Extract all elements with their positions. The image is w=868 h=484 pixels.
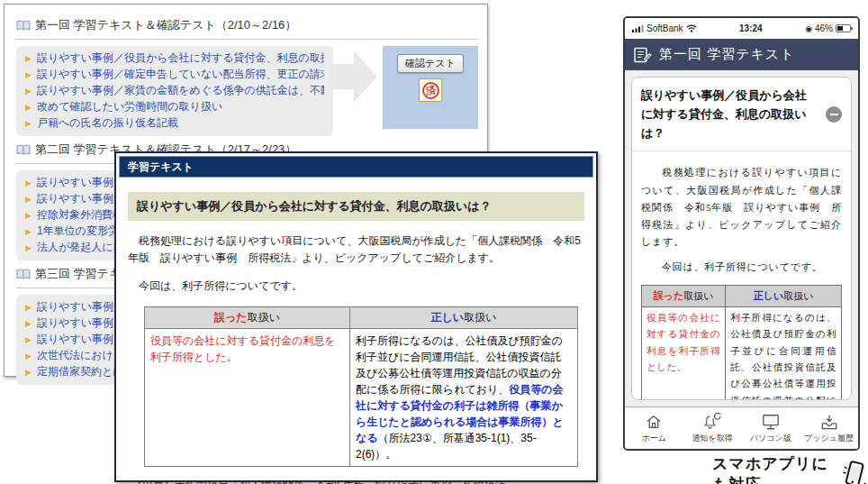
right-cell: 利子所得になるのは、公社債及び預貯金の利子並びに合同運用信託、公社債投資信託及び… bbox=[350, 328, 578, 466]
lesson-link[interactable]: 戸籍への氏名の振り仮名記載 bbox=[37, 115, 178, 131]
triangle-bullet-icon: ▶ bbox=[25, 316, 32, 332]
wrong-header-cell: 誤った取扱い bbox=[145, 306, 350, 328]
right-header-cell: 正しい取扱い bbox=[726, 285, 842, 306]
caption-label: スマホアプリにも対応 bbox=[712, 453, 835, 484]
phone-frame: SoftBank 13:24 ◉ 46% 第一回 学習テキスト 誤りやすい事例／… bbox=[623, 16, 860, 451]
right-text-pre: 利子所得になるのは、公社債及び預貯金の利子並びに合同運用信託、公社債投資信託及び… bbox=[730, 313, 836, 400]
home-icon bbox=[645, 413, 663, 431]
inbox-download-icon bbox=[819, 413, 839, 431]
tab-label: ホーム bbox=[642, 433, 666, 444]
article-card-header: 誤りやすい事例／役員から会社に対する貸付金、利息の取扱いは？ bbox=[632, 78, 851, 151]
triangle-bullet-icon: ▶ bbox=[25, 208, 32, 224]
signal-icon bbox=[632, 24, 644, 32]
wrong-label-emphasis: 誤った bbox=[214, 311, 248, 324]
book-icon bbox=[16, 269, 31, 280]
reader-titlebar: 学習テキスト bbox=[119, 156, 593, 178]
wrong-label-emphasis: 誤った bbox=[654, 290, 684, 301]
reader-window: 学習テキスト 誤りやすい事例／役員から会社に対する貸付金、利息の取扱いは？ 税務… bbox=[114, 151, 598, 482]
monitor-icon bbox=[761, 413, 781, 431]
status-bar: SoftBank 13:24 ◉ 46% bbox=[625, 18, 858, 39]
tab-push-history[interactable]: プッシュ履歴 bbox=[800, 413, 858, 444]
section-title-label: 第一回 学習テキスト＆確認テスト（2/10～2/16） bbox=[35, 17, 296, 33]
list-item[interactable]: ▶改めて確認したい労働時間の取り扱い bbox=[25, 99, 324, 115]
article-card-body: 税務処理における誤りやすい項目について、大阪国税局が作成した「個人課税関係 令和… bbox=[632, 151, 851, 400]
tab-label: プッシュ履歴 bbox=[804, 433, 854, 444]
smartphone-doodle-icon bbox=[841, 460, 868, 484]
lesson-link[interactable]: 定期借家契約とは bbox=[37, 364, 124, 379]
tab-home[interactable]: ホーム bbox=[625, 413, 683, 444]
triangle-bullet-icon: ▶ bbox=[25, 84, 32, 99]
section-divider bbox=[16, 39, 478, 40]
article-card-title: 誤りやすい事例／役員から会社に対する貸付金、利息の取扱いは？ bbox=[641, 87, 818, 142]
wrong-label-rest: 取扱い bbox=[248, 311, 280, 324]
wrong-cell: 役員等の会社に対する貸付金の利息を利子所得とした。 bbox=[145, 328, 350, 466]
article-card: 誤りやすい事例／役員から会社に対する貸付金、利息の取扱いは？ 税務処理における誤… bbox=[631, 77, 852, 400]
right-text-post: （所法23①、所基通35-1(1)、35-2(6)）。 bbox=[356, 432, 537, 461]
article-paragraph: 今回は、利子所得についてです。 bbox=[641, 259, 842, 276]
lesson-link[interactable]: 改めて確認したい労働時間の取り扱い bbox=[37, 99, 222, 114]
bell-refresh-icon bbox=[702, 413, 722, 431]
phone-nav-bar: 第一回 学習テキスト bbox=[625, 39, 858, 70]
triangle-bullet-icon: ▶ bbox=[25, 68, 32, 83]
triangle-bullet-icon: ▶ bbox=[25, 300, 32, 315]
triangle-bullet-icon: ▶ bbox=[25, 176, 32, 191]
wrong-label-rest: 取扱い bbox=[683, 290, 713, 301]
minus-icon bbox=[830, 114, 838, 115]
triangle-bullet-icon: ▶ bbox=[25, 349, 32, 364]
article-paragraph: 税務処理における誤りやすい項目について、大阪国税局が作成した「個人課税関係 令和… bbox=[641, 164, 842, 251]
collapse-button[interactable] bbox=[826, 106, 842, 123]
flow-arrow-icon bbox=[330, 51, 377, 102]
article-heading: 誤りやすい事例／役員から会社に対する貸付金、利息の取扱いは？ bbox=[128, 192, 584, 221]
triangle-bullet-icon: ▶ bbox=[25, 116, 32, 132]
list-item[interactable]: ▶戸籍への氏名の振り仮名記載 bbox=[25, 115, 324, 132]
lesson-link[interactable]: 誤りやすい事例／確定申告していない配当所得、更正の請求はできる？ bbox=[37, 67, 324, 82]
right-label-rest: 取扱い bbox=[464, 311, 496, 324]
list-item[interactable]: ▶誤りやすい事例／家賃の金額をめぐる係争の供託金は、不動産所得の収入？ bbox=[25, 83, 324, 99]
triangle-bullet-icon: ▶ bbox=[25, 333, 32, 348]
reader-body: 誤りやすい事例／役員から会社に対する貸付金、利息の取扱いは？ 税務処理における誤… bbox=[119, 192, 593, 484]
memo-icon bbox=[634, 47, 652, 63]
book-icon bbox=[16, 20, 31, 32]
clock: 13:24 bbox=[697, 23, 806, 33]
triangle-bullet-icon: ▶ bbox=[25, 241, 32, 256]
battery-icon bbox=[836, 24, 851, 32]
article-paragraph: 税務処理における誤りやすい項目について、大阪国税局が作成した「個人課税関係 令和… bbox=[128, 233, 584, 266]
lesson-link[interactable]: 誤りやすい事例／役員から会社に対する貸付金、利息の取扱いは？ bbox=[37, 50, 324, 66]
book-icon bbox=[16, 144, 31, 156]
comparison-table: 誤った取扱い 正しい取扱い 役員等の会社に対する貸付金の利息を利子所得とした。 … bbox=[641, 285, 842, 400]
list-item[interactable]: ▶誤りやすい事例／確定申告していない配当所得、更正の請求はできる？ bbox=[25, 67, 324, 83]
orientation-lock-icon: ◉ bbox=[805, 24, 812, 33]
lesson-link[interactable]: 誤りやすい事例／家賃の金額をめぐる係争の供託金は、不動産所得の収入？ bbox=[37, 83, 324, 98]
right-header-cell: 正しい取扱い bbox=[350, 306, 578, 328]
tab-label: 通知を取得 bbox=[692, 433, 733, 444]
phone-nav-title: 第一回 学習テキスト bbox=[659, 46, 795, 63]
triangle-bullet-icon: ▶ bbox=[25, 51, 32, 67]
phone-content: 誤りやすい事例／役員から会社に対する貸付金、利息の取扱いは？ 税務処理における誤… bbox=[625, 70, 858, 406]
screenshot-canvas: 第一回 学習テキスト＆確認テスト（2/10～2/16） ▶誤りやすい事例／役員か… bbox=[0, 0, 868, 484]
right-label-rest: 取扱い bbox=[783, 290, 813, 301]
lesson-link-panel: ▶誤りやすい事例／役員から会社に対する貸付金、利息の取扱いは？ ▶誤りやすい事例… bbox=[16, 46, 333, 136]
right-label-emphasis: 正しい bbox=[754, 290, 784, 301]
carrier-label: SoftBank bbox=[646, 23, 683, 33]
tab-label: パソコン版 bbox=[750, 433, 791, 444]
confirm-test-button[interactable]: 確認テスト bbox=[397, 54, 464, 73]
triangle-bullet-icon: ▶ bbox=[25, 192, 32, 207]
article-paragraph: 今回は、利子所得についてです。 bbox=[128, 278, 584, 295]
triangle-bullet-icon: ▶ bbox=[25, 100, 32, 115]
comparison-table: 誤った取扱い 正しい取扱い 役員等の会社に対する貸付金の利息を利子所得とした。 … bbox=[144, 306, 578, 467]
wifi-icon bbox=[686, 24, 697, 32]
done-stamp-box: 済 bbox=[419, 78, 442, 102]
source-note: ［出典］大阪国税局「個人課税関係 令和5年版 誤りやすい事例 所得税法」 bbox=[131, 479, 584, 484]
list-item[interactable]: ▶誤りやすい事例／役員から会社に対する貸付金、利息の取扱いは？ bbox=[25, 50, 324, 67]
tab-notifications[interactable]: 通知を取得 bbox=[683, 413, 742, 444]
triangle-bullet-icon: ▶ bbox=[25, 224, 32, 240]
triangle-bullet-icon: ▶ bbox=[25, 365, 32, 380]
phone-tab-bar: ホーム 通知を取得 パソコン版 プッシュ履歴 bbox=[625, 406, 858, 449]
wrong-header-cell: 誤った取扱い bbox=[642, 285, 726, 306]
right-cell: 利子所得になるのは、公社債及び預貯金の利子並びに合同運用信託、公社債投資信託及び… bbox=[726, 306, 842, 400]
right-label-emphasis: 正しい bbox=[431, 311, 465, 324]
tab-pc-version[interactable]: パソコン版 bbox=[742, 413, 800, 444]
smartphone-caption: スマホアプリにも対応 bbox=[712, 453, 868, 484]
battery-percent: 46% bbox=[815, 23, 833, 33]
section-1-title: 第一回 学習テキスト＆確認テスト（2/10～2/16） bbox=[16, 17, 296, 33]
